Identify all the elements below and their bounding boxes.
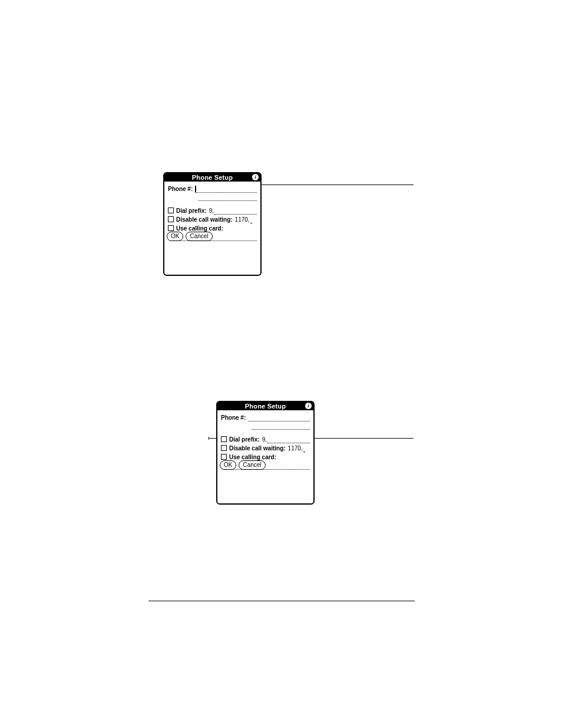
- dialog-titlebar: Phone Setup i: [217, 402, 313, 410]
- phone-number-row-continued: [199, 194, 257, 201]
- cancel-button[interactable]: Cancel: [186, 232, 212, 241]
- disable-call-waiting-value: 1170,: [288, 444, 303, 452]
- dial-prefix-value: 9,: [209, 207, 214, 215]
- info-icon[interactable]: i: [252, 174, 259, 180]
- disable-call-waiting-row: Disable call waiting: 1170,: [221, 444, 310, 452]
- callout-line-dial-prefix: [315, 438, 414, 439]
- use-calling-card-checkbox[interactable]: [168, 225, 174, 231]
- disable-call-waiting-label: Disable call waiting:: [176, 216, 233, 223]
- dial-prefix-checkbox[interactable]: [221, 436, 227, 442]
- page: Phone Setup i Phone #: Dial prefix: 9,: [0, 0, 562, 728]
- phone-number-input[interactable]: [248, 414, 310, 421]
- disable-call-waiting-row: Disable call waiting: 1170,: [168, 216, 257, 223]
- disable-call-waiting-label: Disable call waiting:: [229, 444, 286, 452]
- phone-number-row: Phone #:: [221, 414, 310, 421]
- phone-number-label: Phone #:: [221, 414, 246, 421]
- phone-number-input-line2[interactable]: [252, 423, 310, 430]
- dial-prefix-input[interactable]: [214, 207, 257, 215]
- info-icon[interactable]: i: [305, 403, 312, 409]
- cancel-button[interactable]: Cancel: [239, 460, 265, 470]
- phone-number-row-continued: [252, 423, 310, 430]
- dial-prefix-row: Dial prefix: 9,: [221, 436, 310, 443]
- dial-prefix-checkbox[interactable]: [168, 207, 174, 213]
- text-cursor: [195, 186, 196, 192]
- disable-call-waiting-checkbox[interactable]: [168, 216, 174, 222]
- page-footer-rule: [148, 601, 415, 601]
- dialog-title: Phone Setup: [192, 173, 233, 182]
- dial-prefix-value: 9,: [262, 436, 267, 443]
- phone-setup-dialog-2: Phone Setup i Phone #: Dial prefix: 9, D…: [216, 401, 315, 505]
- dial-prefix-input[interactable]: [267, 436, 310, 443]
- dialog-title: Phone Setup: [245, 402, 286, 410]
- button-row: OK Cancel: [167, 232, 213, 241]
- dialog-body: Phone #: Dial prefix: 9, Disable call wa…: [217, 410, 313, 472]
- callout-line-phone-input: [262, 185, 414, 185]
- phone-setup-dialog-1: Phone Setup i Phone #: Dial prefix: 9,: [163, 172, 262, 276]
- phone-number-row: Phone #:: [168, 185, 257, 193]
- phone-number-label: Phone #:: [168, 185, 193, 193]
- disable-call-waiting-input[interactable]: [250, 216, 252, 223]
- dial-prefix-label: Dial prefix:: [229, 436, 260, 443]
- phone-number-input-line2[interactable]: [199, 194, 257, 201]
- phone-number-input[interactable]: [195, 186, 257, 193]
- dialog-titlebar: Phone Setup i: [164, 173, 260, 182]
- use-calling-card-checkbox[interactable]: [221, 454, 227, 460]
- disable-call-waiting-checkbox[interactable]: [221, 445, 227, 451]
- callout-bracket-dial-prefix: [209, 438, 217, 439]
- ok-button[interactable]: OK: [167, 232, 183, 241]
- button-row: OK Cancel: [220, 460, 266, 470]
- ok-button[interactable]: OK: [220, 460, 236, 470]
- dial-prefix-label: Dial prefix:: [176, 207, 207, 215]
- disable-call-waiting-value: 1170,: [235, 216, 250, 223]
- disable-call-waiting-input[interactable]: [303, 445, 305, 452]
- dialog-body: Phone #: Dial prefix: 9, Disable call wa…: [164, 182, 260, 243]
- dial-prefix-row: Dial prefix: 9,: [168, 207, 257, 215]
